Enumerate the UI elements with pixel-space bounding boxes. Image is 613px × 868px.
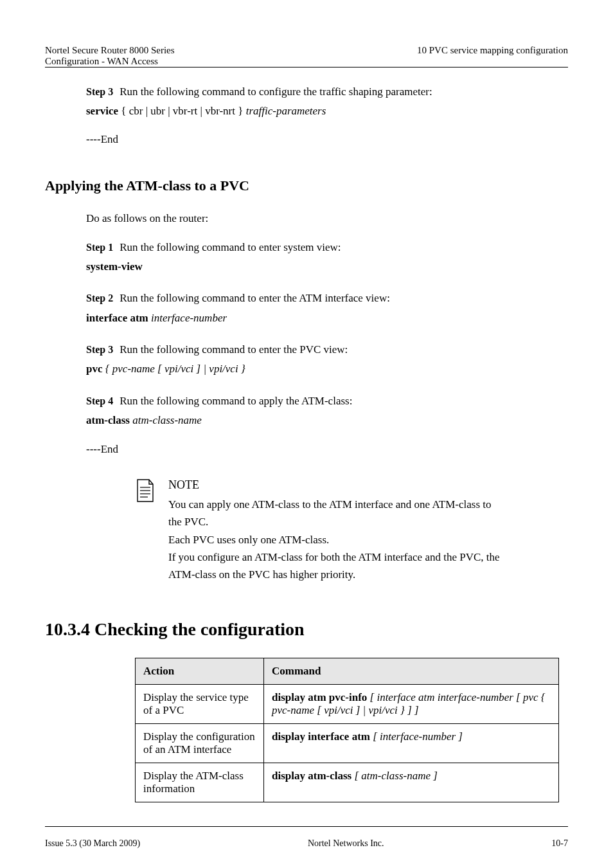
pvc-step3-cmd: pvc [86,363,103,375]
note-line-2: Each PVC uses only one ATM-class. [168,531,502,548]
step3-label: Step 3 [86,86,113,97]
pvc-step2-block: Step 2 Run the following command to ente… [86,289,568,327]
step3-prev-block: Step 3 Run the following command to conf… [86,83,568,120]
pvc-step4-label: Step 4 [86,395,113,406]
pvc-step4-block: Step 4 Run the following command to appl… [86,392,568,429]
command-table: Action Command Display the service type … [135,658,559,802]
row1-cmd: display interface atm [272,730,370,743]
top-rule [45,67,568,68]
footer-center: Nortel Networks Inc. [308,838,384,849]
end-marker-1: ----End [86,131,568,148]
header-right: 10 PVC service mapping configuration [417,45,568,67]
cell-command: display atm pvc-info [ interface atm int… [264,685,559,724]
table-row: Display the service type of a PVC displa… [136,685,559,724]
note-title: NOTE [168,478,502,492]
step3-intro: Run the following command to configure t… [120,86,432,98]
cell-command: display interface atm [ interface-number… [264,724,559,763]
pvc-step1-block: Step 1 Run the following command to ente… [86,239,568,276]
pvc-step3-intro: Run the following command to enter the P… [120,343,348,356]
pvc-step4-cmd: atm-class [86,414,130,426]
th-command: Command [264,658,559,685]
pvc-step1-cmd: system-view [86,260,143,273]
bottom-rule [45,826,568,827]
header: Nortel Secure Router 8000 Series Configu… [45,45,568,67]
th-action: Action [136,658,264,685]
cell-action: Display the configuration of an ATM inte… [136,724,264,763]
note-block: NOTE You can apply one ATM-class to the … [135,478,568,583]
footer-right: 10-7 [551,838,568,849]
pvc-step1-label: Step 1 [86,242,113,253]
footer-left: Issue 5.3 (30 March 2009) [45,838,140,849]
pvc-step1-cmdline: system-view [86,258,568,275]
section-title: Checking the configuration [94,619,305,639]
pvc-step4-cmdline: atm-class atm-class-name [86,412,568,429]
header-left: Nortel Secure Router 8000 Series Configu… [45,45,280,67]
step3-cmdline: service { cbr | ubr | vbr-rt | vbr-nrt }… [86,103,568,120]
pvc-step3-block: Step 3 Run the following command to ente… [86,341,568,378]
pvc-step2-cmdline: interface atm interface-number [86,310,568,327]
row1-arg: [ interface-number ] [370,730,463,743]
step3-arg-tail: traffic-parameters [246,105,326,117]
pvc-step2-cmd: interface atm [86,312,148,324]
note-body: NOTE You can apply one ATM-class to the … [168,478,502,583]
row2-arg: [ atm-class-name ] [351,770,438,782]
header-left-line2: Configuration - WAN Access [45,56,280,67]
header-left-line1: Nortel Secure Router 8000 Series [45,45,280,56]
header-right-line: 10 PVC service mapping configuration [417,45,568,56]
table-row: Display the configuration of an ATM inte… [136,724,559,763]
pvc-step3-cmdline: pvc { pvc-name [ vpi/vci ] | vpi/vci } [86,361,568,377]
subsection-title: Applying the ATM-class to a PVC [45,177,568,194]
cell-action: Display the ATM-class information [136,763,264,802]
page: Nortel Secure Router 8000 Series Configu… [0,0,613,868]
step3-cmd: service [86,105,118,117]
cell-command: display atm-class [ atm-class-name ] [264,763,559,802]
note-line-1: You can apply one ATM-class to the ATM i… [168,496,502,530]
subsection-intro: Do as follows on the router: [86,210,568,227]
row0-cmd: display atm pvc-info [272,691,367,703]
pvc-step4-arg: atm-class-name [130,414,202,426]
pvc-step3-arg: { pvc-name [ vpi/vci ] | vpi/vci } [103,363,245,375]
pvc-step4-intro: Run the following command to apply the A… [120,395,352,407]
note-line-3: If you configure an ATM-class for both t… [168,548,502,583]
cell-action: Display the service type of a PVC [136,685,264,724]
note-icon [135,478,154,505]
section-heading: 10.3.4 Checking the configuration [45,619,568,640]
section-number: 10.3.4 [45,619,90,639]
pvc-step2-arg: interface-number [148,312,227,324]
row2-cmd: display atm-class [272,770,351,782]
table-header-row: Action Command [136,658,559,685]
pvc-step3-label: Step 3 [86,344,113,355]
step3-cmd-args: { cbr | ubr | vbr-rt | vbr-nrt } [118,105,246,117]
pvc-step2-intro: Run the following command to enter the A… [120,292,390,304]
end-marker-2: ----End [86,440,568,458]
footer: Issue 5.3 (30 March 2009) Nortel Network… [45,838,568,849]
pvc-step2-label: Step 2 [86,293,113,303]
pvc-step1-intro: Run the following command to enter syste… [120,241,341,253]
table-row: Display the ATM-class information displa… [136,763,559,802]
